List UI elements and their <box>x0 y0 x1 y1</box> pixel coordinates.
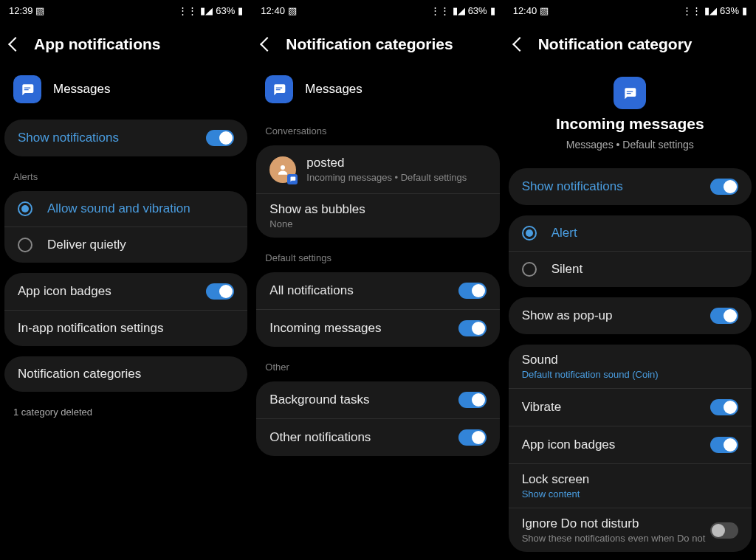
sound-sub: Default notification sound (Coin) <box>522 369 738 380</box>
app-header: Messages <box>252 66 504 115</box>
status-right: ⋮⋮ ▮◢ 63% ▮ <box>430 5 495 16</box>
status-right: ⋮⋮ ▮◢ 63% ▮ <box>178 5 243 16</box>
ignore-dnd-toggle[interactable]: Ignore Do not disturb Show these notific… <box>509 508 752 552</box>
toggle-icon[interactable] <box>458 283 487 299</box>
category-subtitle: Messages • Default settings <box>566 139 694 151</box>
image-icon: ▧ <box>540 5 549 16</box>
messages-app-icon <box>13 75 41 103</box>
category-header: Incoming messages Messages • Default set… <box>504 66 756 164</box>
battery-icon: ▮ <box>490 5 495 16</box>
battery-text: 63% <box>216 5 235 16</box>
page-title: Notification categories <box>286 35 453 53</box>
radio-icon <box>522 262 537 277</box>
radio-icon <box>522 226 537 241</box>
category-title: Incoming messages <box>556 115 704 133</box>
wifi-icon: ⋮⋮ <box>178 5 197 16</box>
app-icon-badges-toggle[interactable]: App icon badges <box>4 273 247 310</box>
toggle-icon[interactable] <box>710 399 738 415</box>
svg-rect-1 <box>24 89 29 90</box>
toggle-icon[interactable] <box>458 392 487 408</box>
toggle-icon[interactable] <box>206 283 234 300</box>
app-name: Messages <box>305 82 362 97</box>
status-time: 12:39 ▧ <box>9 5 44 16</box>
screen-notification-category: 12:40 ▧ ⋮⋮ ▮◢ 63% ▮ Notification categor… <box>504 0 756 560</box>
toggle-icon[interactable] <box>458 429 487 446</box>
alerts-header: Alerts <box>0 161 252 187</box>
vibrate-toggle[interactable]: Vibrate <box>509 389 752 426</box>
battery-icon: ▮ <box>238 5 243 16</box>
status-bar: 12:40 ▧ ⋮⋮ ▮◢ 63% ▮ <box>504 0 756 21</box>
svg-point-4 <box>281 165 285 170</box>
toggle-icon[interactable] <box>710 308 738 324</box>
conversation-posted[interactable]: posted Incoming messages • Default setti… <box>256 145 499 193</box>
sound-row[interactable]: Sound Default notification sound (Coin) <box>509 345 752 388</box>
app-name: Messages <box>53 82 110 97</box>
page-title: Notification category <box>538 35 693 53</box>
svg-rect-6 <box>627 93 631 94</box>
show-notifications-toggle[interactable]: Show notifications <box>509 168 752 205</box>
toggle-icon[interactable] <box>710 179 738 195</box>
conversation-sub: Incoming messages • Default settings <box>306 172 486 183</box>
back-icon[interactable] <box>512 37 527 52</box>
status-right: ⋮⋮ ▮◢ 63% ▮ <box>682 5 747 16</box>
signal-icon: ▮◢ <box>200 5 213 16</box>
avatar-icon <box>269 156 296 183</box>
status-bar: 12:39 ▧ ⋮⋮ ▮◢ 63% ▮ <box>0 0 252 21</box>
all-notifications-toggle[interactable]: All notifications <box>256 272 499 309</box>
app-icon-badges-toggle[interactable]: App icon badges <box>509 426 752 463</box>
svg-rect-3 <box>276 89 281 90</box>
wifi-icon: ⋮⋮ <box>430 5 450 16</box>
radio-silent[interactable]: Silent <box>509 252 752 287</box>
footer-text: 1 category deleted <box>0 396 252 428</box>
svg-rect-2 <box>276 88 282 89</box>
radio-icon <box>18 238 32 252</box>
battery-text: 63% <box>468 5 487 16</box>
other-notifications-toggle[interactable]: Other notifications <box>256 419 499 456</box>
screen-app-notifications: 12:39 ▧ ⋮⋮ ▮◢ 63% ▮ App notifications Me… <box>0 0 252 560</box>
status-time: 12:40 ▧ <box>513 5 549 16</box>
show-as-bubbles[interactable]: Show as bubbles None <box>256 194 499 238</box>
notification-categories-link[interactable]: Notification categories <box>4 356 247 392</box>
battery-text: 63% <box>720 5 739 16</box>
battery-icon: ▮ <box>742 5 747 16</box>
app-header: Messages <box>0 66 252 115</box>
conversations-header: Conversations <box>252 115 504 141</box>
radio-icon <box>18 201 32 216</box>
sound-label: Sound <box>522 353 738 367</box>
other-header: Other <box>252 351 504 377</box>
toggle-icon[interactable] <box>710 522 738 539</box>
conversation-label: posted <box>306 156 486 170</box>
image-icon: ▧ <box>288 5 297 16</box>
image-icon: ▧ <box>35 5 44 16</box>
svg-rect-0 <box>24 88 30 89</box>
lock-sub: Show content <box>522 488 738 499</box>
back-icon[interactable] <box>8 37 23 52</box>
radio-allow-sound[interactable]: Allow sound and vibration <box>4 191 247 227</box>
back-icon[interactable] <box>260 37 275 52</box>
screen-notification-categories: 12:40 ▧ ⋮⋮ ▮◢ 63% ▮ Notification categor… <box>252 0 504 560</box>
messages-app-icon <box>265 75 293 103</box>
show-notifications-toggle[interactable]: Show notifications <box>4 120 247 156</box>
show-as-popup-toggle[interactable]: Show as pop-up <box>509 297 752 334</box>
lock-screen-row[interactable]: Lock screen Show content <box>509 464 752 508</box>
incoming-messages-toggle[interactable]: Incoming messages <box>256 310 499 347</box>
radio-alert[interactable]: Alert <box>509 215 752 251</box>
dnd-label: Ignore Do not disturb <box>522 516 710 531</box>
default-settings-header: Default settings <box>252 242 504 268</box>
status-time: 12:40 ▧ <box>261 5 296 16</box>
background-tasks-toggle[interactable]: Background tasks <box>256 381 499 418</box>
radio-deliver-quietly[interactable]: Deliver quietly <box>4 227 247 263</box>
wifi-icon: ⋮⋮ <box>682 5 701 16</box>
signal-icon: ▮◢ <box>453 5 465 16</box>
toggle-icon[interactable] <box>710 437 738 453</box>
messages-badge-icon <box>287 174 298 184</box>
status-bar: 12:40 ▧ ⋮⋮ ▮◢ 63% ▮ <box>252 0 504 21</box>
svg-rect-5 <box>627 91 633 92</box>
toggle-icon[interactable] <box>458 320 487 336</box>
bubbles-sub: None <box>269 218 486 229</box>
toggle-icon[interactable] <box>206 130 234 146</box>
dnd-sub: Show these notifications even when Do no… <box>522 533 710 544</box>
lock-label: Lock screen <box>522 472 738 487</box>
messages-app-icon <box>614 77 646 109</box>
in-app-notification-settings[interactable]: In-app notification settings <box>4 311 247 346</box>
